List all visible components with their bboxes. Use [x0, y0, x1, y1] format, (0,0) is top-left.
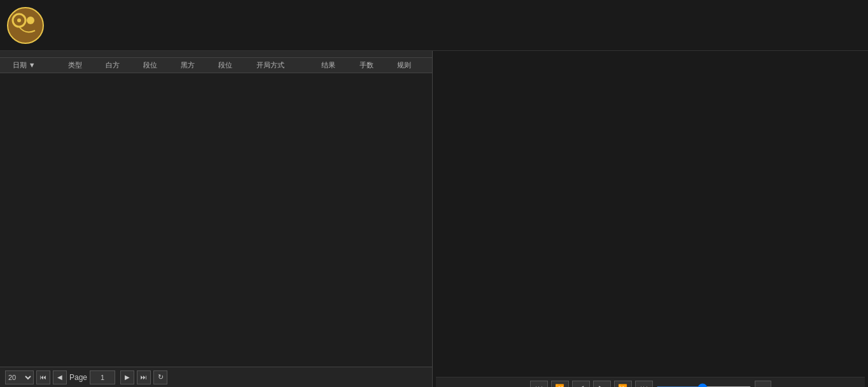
board-with-labels [436, 62, 865, 377]
game-table-container[interactable]: 日期 ▼ 类型 白方 段位 黑方 段位 开局方式 结果 手数 规则 [0, 58, 432, 367]
left-panel: 日期 ▼ 类型 白方 段位 黑方 段位 开局方式 结果 手数 规则 [0, 51, 433, 387]
col-rule: 规则 [395, 58, 432, 73]
first-page-btn[interactable]: ⏮ [36, 370, 50, 384]
main-content: 日期 ▼ 类型 白方 段位 黑方 段位 开局方式 结果 手数 规则 [0, 51, 868, 387]
board-wrapper [436, 62, 852, 374]
col-result: 结果 [319, 58, 356, 73]
col-opening: 开局方式 [254, 58, 319, 73]
game-table: 日期 ▼ 类型 白方 段位 黑方 段位 开局方式 结果 手数 规则 [0, 58, 432, 73]
panel-title [0, 51, 432, 58]
col-black-rank: 段位 [216, 58, 253, 73]
game-info-text [436, 54, 865, 59]
col-black: 黑方 [178, 58, 216, 73]
go-btn[interactable] [755, 381, 771, 387]
logo-icon [6, 6, 45, 45]
logo [6, 6, 54, 45]
nav-next-btn[interactable]: ▶ [593, 381, 611, 387]
col-type: 类型 [66, 58, 103, 73]
last-page-btn[interactable]: ⏭ [137, 370, 151, 384]
svg-point-3 [17, 18, 21, 22]
page-size-select[interactable]: 20 50 100 [5, 370, 34, 384]
go-board-canvas[interactable] [436, 62, 767, 374]
nav-first-btn[interactable]: ⏮ [530, 381, 548, 387]
board-and-row-labels [436, 62, 865, 374]
pagination-bar: 20 50 100 ⏮ ◀ Page ▶ ⏭ ↻ [0, 367, 432, 387]
nav-prev-start-btn[interactable]: ⏪ [551, 381, 569, 387]
svg-point-0 [8, 8, 43, 43]
nav-controls: ⏮ ⏪ ◀ ▶ ⏩ ⏭ [436, 377, 865, 387]
right-panel: ⏮ ⏪ ◀ ▶ ⏩ ⏭ [433, 51, 868, 387]
refresh-btn[interactable]: ↻ [153, 370, 167, 384]
svg-point-2 [27, 17, 34, 24]
col-white-rank: 段位 [141, 58, 178, 73]
col-date[interactable]: 日期 ▼ [10, 58, 66, 73]
page-input[interactable] [90, 370, 115, 384]
table-header-row: 日期 ▼ 类型 白方 段位 黑方 段位 开局方式 结果 手数 规则 [0, 58, 432, 73]
prev-page-btn[interactable]: ◀ [53, 370, 67, 384]
page-label: Page [69, 373, 87, 382]
next-page-btn[interactable]: ▶ [120, 370, 134, 384]
app-header [0, 0, 868, 51]
col-white: 白方 [103, 58, 141, 73]
col-moves: 手数 [357, 58, 395, 73]
nav-next-end-btn[interactable]: ⏩ [614, 381, 632, 387]
nav-last-btn[interactable]: ⏭ [635, 381, 653, 387]
nav-prev-btn[interactable]: ◀ [572, 381, 590, 387]
row-labels [852, 62, 865, 374]
page-info: Page [69, 370, 118, 384]
col-num [0, 58, 10, 73]
